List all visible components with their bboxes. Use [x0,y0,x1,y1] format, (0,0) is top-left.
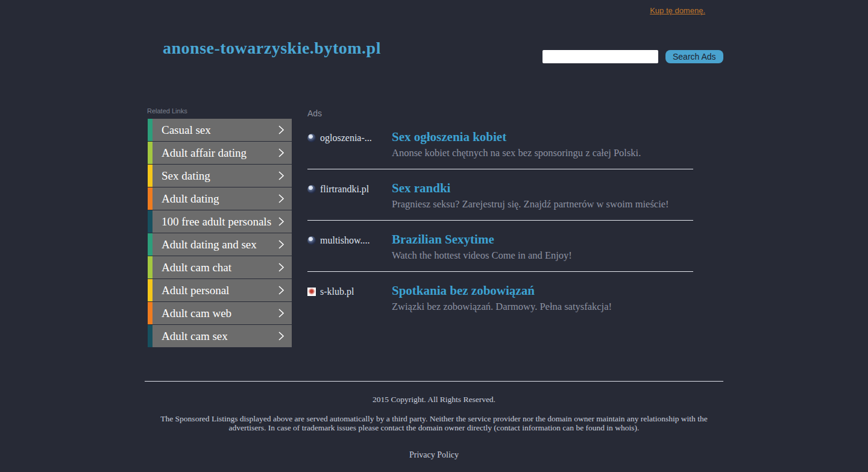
sidebar-item-adult-cam-sex[interactable]: Adult cam sex [148,325,292,347]
sidebar-item-label: Adult affair dating [162,146,278,159]
chevron-right-icon [278,262,285,272]
ad-separator [307,220,693,221]
ad-source: ogloszenia-... [307,130,392,159]
footer-divider [145,381,723,382]
chevron-right-icon [278,171,285,181]
sidebar-item-100-free-adult-personals[interactable]: 100 free adult personals [148,210,292,233]
chevron-right-icon [278,285,285,295]
ad-content: Sex randki Pragniesz seksu? Zarejestruj … [392,181,693,210]
ad-site-domain: multishow.... [320,234,370,247]
search-ads-button[interactable]: Search Ads [665,50,723,63]
disclaimer-text: The Sponsored Listings displayed above a… [153,414,716,432]
ad-listing: ogloszenia-... Sex ogłoszenia kobiet Ano… [307,130,693,169]
ad-title-link[interactable]: Sex ogłoszenia kobiet [392,130,506,144]
chevron-right-icon [278,216,285,227]
globe-favicon-icon [307,134,316,142]
ad-site-domain: ogloszenia-... [320,132,372,144]
sidebar-item-label: Adult cam web [162,307,278,319]
footer: 2015 Copyright. All Rights Reserved. The… [145,381,723,460]
ad-listing: multishow.... Brazilian Sexytime Watch t… [307,232,693,271]
search-input[interactable] [542,50,658,63]
ad-description: Watch the hottest videos Come in and Enj… [392,250,693,262]
ad-description: Związki bez zobowiązań. Darmowy. Pełna s… [392,301,693,313]
sidebar-item-label: 100 free adult personals [162,215,278,228]
ad-source: flirtrandki.pl [307,181,392,210]
ads-list: Ads ogloszenia-... Sex ogłoszenia kobiet… [307,109,693,323]
privacy-policy-link[interactable]: Privacy Policy [409,450,459,460]
ad-separator [307,271,693,272]
ad-source: multishow.... [307,232,392,262]
chevron-right-icon [278,194,285,204]
ad-separator [307,169,693,169]
ad-description: Anonse kobiet chętnych na sex bez sponso… [392,147,693,159]
globe-favicon-icon [307,185,316,194]
page-title: anonse-towarzyskie.bytom.pl [163,39,381,58]
sidebar-item-adult-dating-and-sex[interactable]: Adult dating and sex [148,233,292,256]
photo-favicon-icon [307,288,316,296]
ad-content: Brazilian Sexytime Watch the hottest vid… [392,232,693,262]
sidebar-item-label: Adult dating [162,192,278,205]
sidebar-item-label: Adult personal [162,284,278,297]
ads-heading: Ads [307,109,693,118]
sidebar-item-adult-dating[interactable]: Adult dating [148,187,292,210]
sidebar-item-adult-personal[interactable]: Adult personal [148,279,292,301]
ad-content: Sex ogłoszenia kobiet Anonse kobiet chęt… [392,130,693,159]
related-links-sidebar: Related Links Casual sex Adult affair da… [148,107,292,348]
ad-site-domain: s-klub.pl [320,286,354,298]
copyright-text: 2015 Copyright. All Rights Reserved. [145,395,723,404]
chevron-right-icon [278,148,285,158]
ad-listing: flirtrandki.pl Sex randki Pragniesz seks… [307,181,693,220]
globe-favicon-icon [307,236,316,245]
ad-source: s-klub.pl [307,283,392,313]
sidebar-item-adult-affair-dating[interactable]: Adult affair dating [148,142,292,164]
ad-content: Spotkania bez zobowiązań Związki bez zob… [392,283,693,313]
sidebar-item-label: Adult cam sex [162,330,278,342]
search-area: Search Ads [542,50,723,63]
ad-site-domain: flirtrandki.pl [320,183,369,195]
related-links-heading: Related Links [147,107,292,115]
sidebar-item-casual-sex[interactable]: Casual sex [148,119,292,141]
ad-description: Pragniesz seksu? Zarejestruj się. Znajdź… [392,198,693,210]
ad-title-link[interactable]: Spotkania bez zobowiązań [392,283,535,298]
chevron-right-icon [278,125,285,135]
sidebar-item-adult-cam-chat[interactable]: Adult cam chat [148,256,292,278]
sidebar-item-adult-cam-web[interactable]: Adult cam web [148,302,292,324]
ad-listing: s-klub.pl Spotkania bez zobowiązań Związ… [307,283,693,323]
ad-title-link[interactable]: Sex randki [392,181,450,195]
sidebar-item-sex-dating[interactable]: Sex dating [148,165,292,187]
chevron-right-icon [278,308,285,318]
sidebar-item-label: Sex dating [162,169,278,182]
sidebar-item-label: Casual sex [162,124,278,136]
parked-domain-page: { "page": { "background": "#272a36" }, "… [0,0,868,472]
ad-title-link[interactable]: Brazilian Sexytime [392,232,494,247]
chevron-right-icon [278,239,285,250]
buy-domain-link[interactable]: Kup tę domenę. [650,6,705,15]
chevron-right-icon [278,331,285,341]
sidebar-item-label: Adult dating and sex [162,238,278,251]
sidebar-item-label: Adult cam chat [162,261,278,274]
